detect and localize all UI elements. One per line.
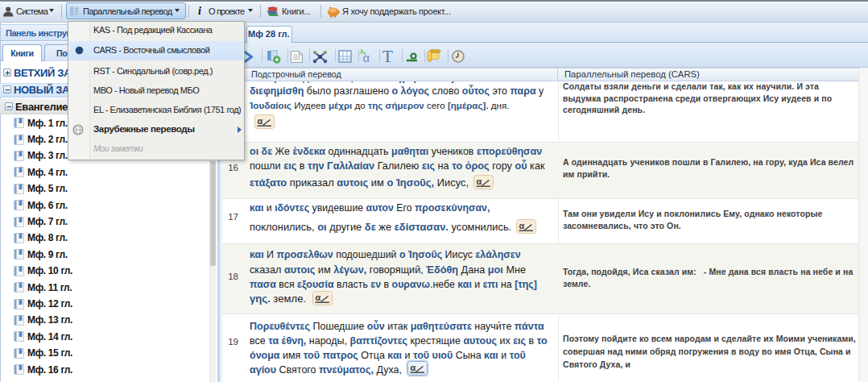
svg-text:α: α bbox=[477, 176, 482, 186]
svg-text:α: α bbox=[316, 293, 321, 302]
svg-text:α: α bbox=[411, 363, 416, 372]
svg-text:α: α bbox=[363, 51, 370, 64]
svg-text:α: α bbox=[519, 221, 525, 230]
svg-text:α: α bbox=[258, 116, 263, 126]
